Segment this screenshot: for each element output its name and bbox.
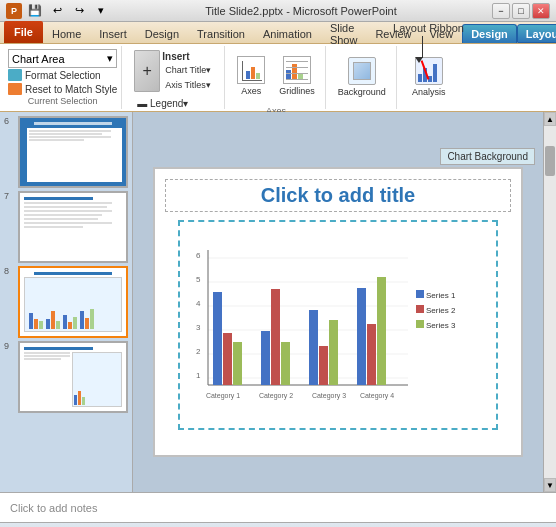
axes-btn[interactable]: Axes [233,48,269,104]
tab-insert[interactable]: Insert [90,24,136,43]
slide-canvas[interactable]: Click to add title 6 5 4 3 2 1 [153,167,523,457]
status-bar: Slide 8 of 16 "Office Theme" ✓ English (… [0,522,556,527]
svg-text:6: 6 [196,251,201,260]
analysis-label: Analysis [412,87,446,97]
slide-num-6: 6 [4,116,14,126]
svg-rect-15 [223,333,232,385]
current-selection-label: Current Selection [8,96,117,106]
slide-thumb-9[interactable] [18,341,128,413]
canvas-area: Chart Background Click to add title 6 5 … [133,112,543,492]
slide-title[interactable]: Click to add title [165,179,511,212]
right-scrollbar[interactable]: ▲ ▼ [543,112,556,492]
svg-rect-32 [416,305,424,313]
insert-label: Insert [162,51,214,62]
axis-titles-btn[interactable]: Axis Titles▾ [162,78,214,92]
tab-design[interactable]: Design [136,24,188,43]
svg-text:3: 3 [196,323,201,332]
chart-title-btn[interactable]: Chart Title▾ [162,63,214,77]
axes-group: Axes Gridlines Axes [227,46,326,109]
tab-slideshow[interactable]: Slide Show [321,24,367,43]
scroll-down-btn[interactable]: ▼ [544,478,556,492]
svg-rect-18 [271,289,280,385]
svg-text:Category 3: Category 3 [312,392,346,400]
scroll-up-btn[interactable]: ▲ [544,112,556,126]
svg-rect-25 [377,277,386,385]
chart-container[interactable]: 6 5 4 3 2 1 [178,220,498,430]
gridlines-btn[interactable]: Gridlines [275,48,319,104]
slide-row-7: 7 [4,191,128,263]
background-btn[interactable]: Background [334,49,390,105]
background-group: Background [328,46,397,109]
chart-area-dropdown[interactable]: Chart Area ▾ [8,49,117,68]
save-qa-btn[interactable]: 💾 [26,3,44,19]
minimize-button[interactable]: − [492,3,510,19]
svg-text:Series 2: Series 2 [426,306,456,315]
slide-row-9: 9 [4,341,128,413]
svg-rect-20 [309,310,318,385]
svg-rect-24 [367,324,376,385]
legend-btn[interactable]: ▬ Legend▾ [134,96,211,111]
tab-animation[interactable]: Animation [254,24,321,43]
redo-qa-btn[interactable]: ↪ [70,3,88,19]
format-selection-btn[interactable]: Format Selection [8,68,117,82]
svg-rect-30 [416,290,424,298]
svg-rect-34 [416,320,424,328]
tab-transition[interactable]: Transition [188,24,254,43]
slide-row-8: 8 [4,266,128,338]
scroll-thumb[interactable] [545,146,555,176]
dropdown-arrow: ▾ [107,52,113,65]
svg-rect-17 [261,331,270,385]
slide-thumb-7[interactable] [18,191,128,263]
powerpoint-icon: P [6,3,22,19]
title-bar-controls: − □ ✕ [492,3,550,19]
tab-file[interactable]: File [4,21,43,43]
reset-icon [8,83,22,95]
tab-home[interactable]: Home [43,24,90,43]
slide-num-9: 9 [4,341,14,351]
undo-qa-btn[interactable]: ↩ [48,3,66,19]
insert-btn[interactable]: + Insert Chart Title▾ Axis Titles▾ [130,48,218,94]
axes-icon [237,56,265,84]
tab-chart-design[interactable]: Design [462,24,517,43]
slide-thumb-8[interactable] [18,266,128,338]
annotation-arrow [422,36,423,58]
slide-num-7: 7 [4,191,14,201]
svg-rect-14 [213,292,222,385]
gridlines-icon [283,56,311,84]
svg-text:Category 4: Category 4 [360,392,394,400]
tab-chart-layout[interactable]: Layout [517,24,556,43]
close-button[interactable]: ✕ [532,3,550,19]
format-icon [8,69,22,81]
svg-rect-23 [357,288,366,385]
svg-text:Category 2: Category 2 [259,392,293,400]
title-bar: P 💾 ↩ ↪ ▾ Title Slide2.pptx - Microsoft … [0,0,556,22]
ribbon: Chart Area ▾ Format Selection Reset to M… [0,44,556,112]
reset-to-match-btn[interactable]: Reset to Match Style [8,82,117,96]
analysis-group: Analysis [399,46,459,109]
svg-rect-19 [281,342,290,385]
slide-panel: 6 7 [0,112,133,492]
background-icon [348,57,376,85]
svg-rect-22 [329,320,338,385]
background-label: Background [338,87,386,97]
slide-thumb-6[interactable] [18,116,128,188]
chart-background-label: Chart Background [440,148,535,165]
title-bar-title: Title Slide2.pptx - Microsoft PowerPoint [205,5,397,17]
restore-button[interactable]: □ [512,3,530,19]
ribbon-tabs: File Home Insert Design Transition Anima… [0,22,556,44]
slide-num-8: 8 [4,266,14,276]
svg-text:Series 3: Series 3 [426,321,456,330]
svg-rect-21 [319,346,328,385]
svg-text:5: 5 [196,275,201,284]
slide-row-6: 6 [4,116,128,188]
insert-icon: + [134,50,160,92]
notes-placeholder: Click to add notes [10,502,97,514]
notes-area[interactable]: Click to add notes [0,492,556,522]
main-area: 6 7 [0,112,556,492]
svg-text:4: 4 [196,299,201,308]
svg-rect-16 [233,342,242,385]
svg-text:Category 1: Category 1 [206,392,240,400]
title-bar-left: P 💾 ↩ ↪ ▾ [6,3,110,19]
scroll-track [544,126,556,478]
qa-dropdown[interactable]: ▾ [92,3,110,19]
